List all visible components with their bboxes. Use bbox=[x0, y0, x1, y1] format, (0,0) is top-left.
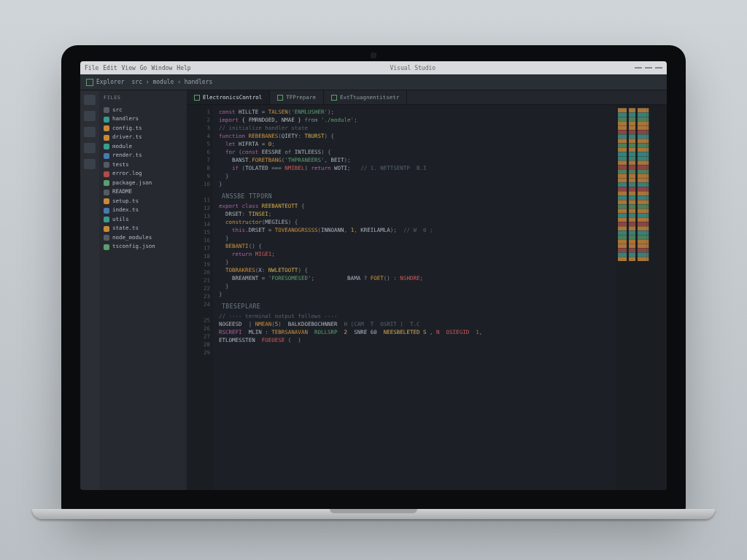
sidebar-item[interactable]: render.ts bbox=[102, 151, 184, 160]
breadcrumb: src › module › handlers bbox=[132, 79, 213, 85]
menu-file[interactable]: File bbox=[85, 65, 98, 71]
menu-go[interactable]: Go bbox=[140, 65, 147, 71]
desktop-background: File Edit View Go Window Help Visual Stu… bbox=[0, 0, 747, 560]
code-line[interactable]: for (const EESSRE of INTLEESS) { bbox=[219, 148, 611, 156]
sidebar-item[interactable]: config.ts bbox=[102, 124, 184, 133]
tab-label: TFPrepare bbox=[286, 93, 316, 101]
file-icon bbox=[331, 95, 337, 101]
sidebar-item-label: tests bbox=[112, 161, 129, 169]
code-line[interactable]: export class REEBANTEOTT { bbox=[219, 202, 611, 210]
file-color-icon bbox=[104, 244, 109, 250]
sidebar-item[interactable]: src bbox=[102, 106, 184, 115]
sidebar-item[interactable]: index.ts bbox=[102, 206, 184, 215]
trackpad-notch bbox=[330, 509, 417, 513]
file-color-icon bbox=[104, 226, 109, 232]
os-titlebar: File Edit View Go Window Help Visual Stu… bbox=[80, 61, 667, 74]
file-color-icon bbox=[104, 180, 109, 186]
explorer-label[interactable]: Explorer bbox=[86, 79, 125, 86]
code-section-header: TBESEPLARE bbox=[219, 298, 611, 312]
code-line[interactable]: if (TOLATED === NMIBEL) return WOTI; // … bbox=[219, 164, 611, 172]
rail-git-icon[interactable] bbox=[84, 127, 96, 137]
code-line[interactable]: BREAMENT = 'FORESOMESED'; BAMA ? FOET() … bbox=[219, 274, 611, 282]
explorer-text: Explorer bbox=[96, 79, 125, 85]
sidebar-item-label: handlers bbox=[112, 115, 139, 123]
code-line[interactable]: } bbox=[219, 234, 611, 242]
code-line[interactable]: BANST.FORETBANG('THPRANEERS', BEIT); bbox=[219, 156, 611, 164]
minimap[interactable]: ████ ███ █████████ ███ █████████ ███ ███… bbox=[616, 105, 667, 490]
sidebar-item[interactable]: state.ts bbox=[102, 224, 184, 233]
sidebar-item[interactable]: tsconfig.json bbox=[102, 242, 184, 252]
file-color-icon bbox=[104, 117, 109, 122]
sidebar-item-label: package.json bbox=[112, 179, 152, 187]
code-line[interactable]: DRSET: TINSEI; bbox=[219, 210, 611, 218]
sidebar-item[interactable]: driver.ts bbox=[102, 133, 184, 142]
code-lines[interactable]: const HILLTE = TALSEN('ENMLUSHER');impor… bbox=[213, 105, 616, 490]
menu-view[interactable]: View bbox=[122, 65, 136, 71]
app-toolbar: Explorer src › module › handlers bbox=[80, 74, 667, 90]
file-color-icon bbox=[104, 135, 109, 141]
code-line[interactable]: ETLOMESSTEN FOEOESE ( ) bbox=[219, 336, 611, 344]
code-line[interactable]: // ---- terminal output follows ---- bbox=[219, 312, 611, 320]
file-color-icon bbox=[104, 171, 109, 177]
menu-help[interactable]: Help bbox=[177, 65, 190, 71]
workspace: Files srchandlersconfig.tsdriver.tsmodul… bbox=[80, 90, 667, 490]
code-line[interactable]: // initialize handler state bbox=[219, 124, 611, 132]
maximize-icon[interactable] bbox=[645, 67, 652, 69]
code-line[interactable]: let HIFRTA = 0; bbox=[219, 140, 611, 148]
tab-2[interactable]: ExtTtuagnentitsetr bbox=[324, 90, 407, 104]
file-color-icon bbox=[104, 153, 109, 159]
sidebar-item-label: node_modules bbox=[112, 234, 152, 242]
sidebar-item-label: index.ts bbox=[112, 206, 139, 214]
close-icon[interactable] bbox=[655, 67, 662, 69]
code-area[interactable]: 12345678910 1112131415161718192021222324… bbox=[187, 105, 667, 490]
tab-0[interactable]: ElectronicsControl bbox=[187, 90, 270, 104]
rail-debug-icon[interactable] bbox=[84, 143, 96, 153]
code-line[interactable]: } bbox=[219, 290, 611, 298]
file-color-icon bbox=[104, 217, 109, 222]
file-color-icon bbox=[104, 235, 109, 241]
minimap-row: ████ ███ █████ bbox=[618, 257, 665, 261]
sidebar-item[interactable]: module bbox=[102, 142, 184, 152]
sidebar-item[interactable]: error.log bbox=[102, 169, 184, 179]
code-line[interactable]: RSCREFI MLIN : TEBRSANAVAN ROLLSRP 2 SNR… bbox=[219, 328, 611, 336]
code-line[interactable]: NOGEESD | NMEAN(5) BALKDOEBOCHNNER H (CA… bbox=[219, 320, 611, 328]
code-section-header: ANSSBE TTPORN bbox=[219, 188, 611, 202]
editor: ElectronicsControl TFPrepare ExtTtuagnen… bbox=[187, 90, 667, 490]
rail-ext-icon[interactable] bbox=[84, 159, 96, 169]
code-line[interactable]: import { FMRNDOED, NMAE } from './module… bbox=[219, 116, 611, 124]
activity-rail bbox=[80, 90, 99, 490]
code-line[interactable]: TOBRAKRES(X: NWLETOOTT) { bbox=[219, 266, 611, 274]
sidebar-item[interactable]: README bbox=[102, 187, 184, 197]
code-line[interactable]: } bbox=[219, 258, 611, 266]
code-line[interactable]: const HILLTE = TALSEN('ENMLUSHER'); bbox=[219, 108, 611, 116]
file-color-icon bbox=[104, 107, 109, 113]
code-line[interactable]: this.DRSET = TOVEANOGRSSSS(INNOANN, 1, K… bbox=[219, 226, 611, 234]
code-line[interactable]: BEBANTI() { bbox=[219, 242, 611, 250]
code-line[interactable]: function REBEBANES(QIETY: TBURST) { bbox=[219, 132, 611, 140]
file-color-icon bbox=[104, 162, 109, 168]
code-line[interactable]: } bbox=[219, 180, 611, 188]
sidebar-item-label: driver.ts bbox=[112, 133, 142, 141]
sidebar: Files srchandlersconfig.tsdriver.tsmodul… bbox=[99, 90, 187, 490]
sidebar-item[interactable]: handlers bbox=[102, 114, 184, 124]
code-line[interactable]: return MIGE1; bbox=[219, 250, 611, 258]
sidebar-item[interactable]: setup.ts bbox=[102, 197, 184, 206]
minimize-icon[interactable] bbox=[635, 67, 642, 69]
menu-window[interactable]: Window bbox=[151, 65, 172, 71]
sidebar-item-label: config.ts bbox=[112, 125, 142, 133]
sidebar-item[interactable]: node_modules bbox=[102, 233, 184, 243]
window-title: Visual Studio bbox=[197, 65, 629, 71]
sidebar-item[interactable]: tests bbox=[102, 160, 184, 170]
rail-explorer-icon[interactable] bbox=[84, 95, 96, 105]
tab-1[interactable]: TFPrepare bbox=[270, 90, 324, 104]
file-color-icon bbox=[104, 198, 109, 204]
sidebar-item-label: module bbox=[112, 143, 132, 151]
code-line[interactable]: constructor(MEGILES) { bbox=[219, 218, 611, 226]
sidebar-item[interactable]: utils bbox=[102, 215, 184, 225]
code-line[interactable]: } bbox=[219, 282, 611, 290]
menu-edit[interactable]: Edit bbox=[103, 65, 117, 71]
sidebar-item[interactable]: package.json bbox=[102, 179, 184, 188]
code-line[interactable]: } bbox=[219, 172, 611, 180]
line-gutter: 12345678910 1112131415161718192021222324… bbox=[187, 105, 213, 490]
rail-search-icon[interactable] bbox=[84, 111, 96, 121]
